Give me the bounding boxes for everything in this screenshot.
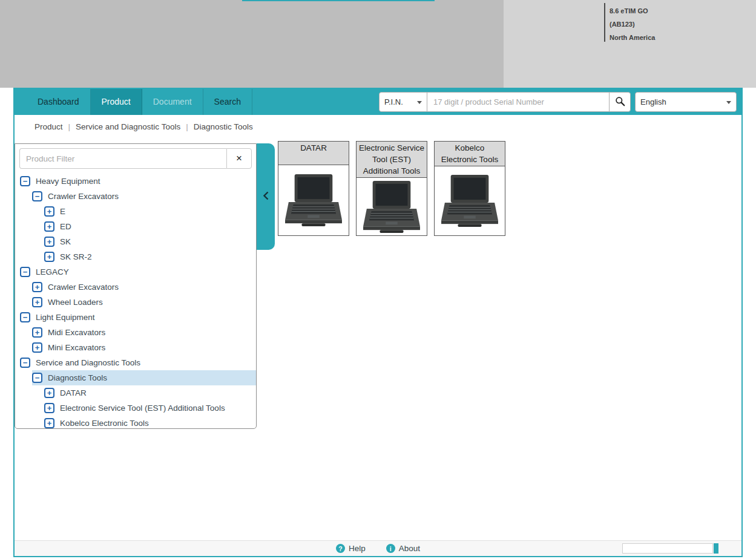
tree-item-label[interactable]: DATAR xyxy=(60,388,87,397)
tree-item-row[interactable]: −Heavy Equipment xyxy=(20,174,256,189)
tree-item-label[interactable]: Midi Excavators xyxy=(48,328,105,337)
footer-bar: ? Help i About xyxy=(15,540,741,556)
app-code-text: (AB123) xyxy=(610,18,655,31)
tree-item-label[interactable]: Light Equipment xyxy=(36,313,95,322)
tree-expand-icon[interactable]: + xyxy=(32,297,42,307)
tree-item-label[interactable]: Diagnostic Tools xyxy=(48,373,107,382)
collapse-panel-button[interactable] xyxy=(257,143,275,250)
tree-collapse-icon[interactable]: − xyxy=(32,373,42,383)
pin-select[interactable]: P.I.N. xyxy=(380,93,427,111)
tree-item-row[interactable]: −Crawler Excavators xyxy=(32,189,256,204)
tree-collapse-icon[interactable]: − xyxy=(20,358,30,368)
tree-collapse-icon[interactable]: − xyxy=(20,312,30,322)
tree-expand-icon[interactable]: + xyxy=(32,327,42,338)
tree-item-row[interactable]: +ED xyxy=(44,219,256,234)
tree-item-row[interactable]: +DATAR xyxy=(44,385,256,400)
tree-item: +Mini Excavators xyxy=(15,340,256,355)
product-card[interactable]: Kobelco Electronic Tools xyxy=(434,141,505,236)
main-navbar: Dashboard Product Document Search P.I.N. xyxy=(15,89,741,115)
tree-expand-icon[interactable]: + xyxy=(44,237,54,247)
help-link[interactable]: ? Help xyxy=(336,544,366,553)
progress-handle xyxy=(714,543,718,554)
tree-item-row[interactable]: −Light Equipment xyxy=(20,310,256,325)
product-tree: −Heavy Equipment−Crawler Excavators+E+ED… xyxy=(15,171,256,429)
tree-expand-icon[interactable]: + xyxy=(44,418,54,428)
tree-item-label[interactable]: SK SR-2 xyxy=(60,252,92,261)
product-cards: DATARElectronic Service Tool (EST) Addit… xyxy=(278,141,505,236)
tab-dashboard[interactable]: Dashboard xyxy=(27,89,91,115)
tree-item-row[interactable]: +Kobelco Electronic Tools xyxy=(44,416,256,429)
tree-expand-icon[interactable]: + xyxy=(44,252,54,262)
tree-item-row[interactable]: +SK xyxy=(44,234,256,249)
tree-item-row[interactable]: +Electronic Service Tool (EST) Additiona… xyxy=(44,400,256,416)
tree-item-row[interactable]: +Midi Excavators xyxy=(32,325,256,340)
laptop-image xyxy=(278,165,349,235)
product-card-title: Kobelco Electronic Tools xyxy=(435,142,505,166)
tree-expand-icon[interactable]: + xyxy=(44,403,54,413)
tree-item-label[interactable]: ED xyxy=(60,222,71,231)
tree-expand-icon[interactable]: + xyxy=(32,342,42,353)
tree-item-label[interactable]: Service and Diagnostic Tools xyxy=(36,358,140,367)
tree-expand-icon[interactable]: + xyxy=(44,221,54,232)
tree-item: +E xyxy=(15,204,256,219)
tree-expand-icon[interactable]: + xyxy=(44,388,54,398)
tree-item-label[interactable]: SK xyxy=(60,237,71,246)
tree-item-label[interactable]: Crawler Excavators xyxy=(48,283,119,292)
chevron-left-icon xyxy=(263,191,269,203)
about-link[interactable]: i About xyxy=(386,544,420,553)
tree-item-row[interactable]: −LEGACY xyxy=(20,264,256,280)
tree-item: −Diagnostic Tools xyxy=(15,370,256,385)
tab-product[interactable]: Product xyxy=(91,89,142,115)
tab-search[interactable]: Search xyxy=(203,89,252,115)
serial-number-input[interactable] xyxy=(427,92,610,112)
top-accent-line xyxy=(242,0,435,1)
progress-track xyxy=(622,543,713,554)
tree-item: −Heavy Equipment xyxy=(15,174,256,189)
product-tree-panel: × −Heavy Equipment−Crawler Excavators+E+… xyxy=(15,143,257,429)
search-icon xyxy=(615,96,625,108)
tree-item-row[interactable]: +E xyxy=(44,204,256,219)
product-card[interactable]: DATAR xyxy=(278,141,349,236)
tree-item-label[interactable]: Kobelco Electronic Tools xyxy=(60,419,149,428)
tree-collapse-icon[interactable]: − xyxy=(20,267,30,277)
tree-item-label[interactable]: Crawler Excavators xyxy=(48,192,119,201)
tree-expand-icon[interactable]: + xyxy=(44,206,54,217)
product-card[interactable]: Electronic Service Tool (EST) Additional… xyxy=(356,141,427,236)
tree-collapse-icon[interactable]: − xyxy=(32,191,42,201)
tree-item-label[interactable]: Heavy Equipment xyxy=(36,177,100,186)
tree-item-label[interactable]: E xyxy=(60,207,65,216)
app-region-text: North America xyxy=(610,31,655,44)
tree-expand-icon[interactable]: + xyxy=(32,282,42,292)
breadcrumb-product[interactable]: Product xyxy=(35,122,63,131)
tree-item-row[interactable]: +Mini Excavators xyxy=(32,340,256,355)
tree-item-row[interactable]: −Diagnostic Tools xyxy=(32,370,256,385)
laptop-image xyxy=(357,178,427,235)
about-label: About xyxy=(399,544,420,553)
status-progress xyxy=(622,543,718,554)
laptop-image xyxy=(435,166,505,235)
tree-item-label[interactable]: Mini Excavators xyxy=(48,343,105,352)
breadcrumb: Product | Service and Diagnostic Tools |… xyxy=(15,115,741,139)
serial-search-button[interactable] xyxy=(609,92,631,112)
product-filter-input[interactable] xyxy=(19,148,226,169)
tree-item-label[interactable]: Electronic Service Tool (EST) Additional… xyxy=(60,404,225,413)
tree-item-label[interactable]: LEGACY xyxy=(36,267,69,276)
title-divider xyxy=(604,3,605,42)
nav-controls: P.I.N. English xyxy=(379,89,741,115)
tree-item-label[interactable]: Wheel Loaders xyxy=(48,298,103,307)
tree-item: +SK xyxy=(15,234,256,249)
filter-row: × xyxy=(19,148,252,169)
tree-collapse-icon[interactable]: − xyxy=(20,176,30,186)
tree-item-row[interactable]: +Wheel Loaders xyxy=(32,295,256,310)
tab-document[interactable]: Document xyxy=(142,89,203,115)
breadcrumb-category[interactable]: Service and Diagnostic Tools xyxy=(76,122,180,131)
tree-item-row[interactable]: +Crawler Excavators xyxy=(32,280,256,295)
filter-clear-button[interactable]: × xyxy=(226,148,252,169)
product-card-title: DATAR xyxy=(278,142,349,165)
tree-item-row[interactable]: +SK SR-2 xyxy=(44,249,256,264)
language-select[interactable]: English xyxy=(636,93,736,111)
tree-item: −LEGACY xyxy=(15,264,256,280)
help-label: Help xyxy=(349,544,366,553)
tree-item-row[interactable]: −Service and Diagnostic Tools xyxy=(20,355,256,370)
tree-item: −Crawler Excavators xyxy=(15,189,256,204)
